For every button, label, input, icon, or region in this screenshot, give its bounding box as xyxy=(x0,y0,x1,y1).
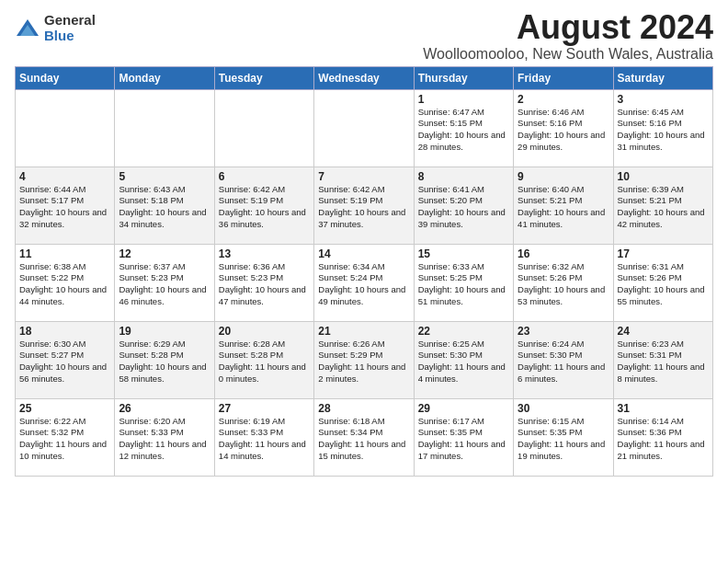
day-number: 9 xyxy=(518,170,609,183)
day-number: 17 xyxy=(618,247,709,260)
calendar-cell xyxy=(115,89,214,167)
cell-content: Sunrise: 6:31 AM Sunset: 5:26 PM Dayligh… xyxy=(618,261,709,308)
cell-content: Sunrise: 6:30 AM Sunset: 5:27 PM Dayligh… xyxy=(19,339,110,385)
cell-content: Sunrise: 6:43 AM Sunset: 5:18 PM Dayligh… xyxy=(119,184,210,231)
cell-content: Sunrise: 6:42 AM Sunset: 5:19 PM Dayligh… xyxy=(219,184,310,231)
header: General Blue August 2024 Woolloomooloo, … xyxy=(15,9,713,63)
cell-content: Sunrise: 6:26 AM Sunset: 5:29 PM Dayligh… xyxy=(318,339,409,385)
cell-content: Sunrise: 6:28 AM Sunset: 5:28 PM Dayligh… xyxy=(219,339,310,385)
day-number: 27 xyxy=(219,402,310,415)
calendar-cell: 30Sunrise: 6:15 AM Sunset: 5:35 PM Dayli… xyxy=(514,398,613,476)
cell-content: Sunrise: 6:29 AM Sunset: 5:28 PM Dayligh… xyxy=(119,339,210,385)
calendar-cell: 26Sunrise: 6:20 AM Sunset: 5:33 PM Dayli… xyxy=(115,398,214,476)
cell-content: Sunrise: 6:17 AM Sunset: 5:35 PM Dayligh… xyxy=(418,416,509,463)
cell-content: Sunrise: 6:37 AM Sunset: 5:23 PM Dayligh… xyxy=(119,261,210,308)
logo-text: General Blue xyxy=(44,13,96,43)
title-block: August 2024 Woolloomooloo, New South Wal… xyxy=(423,9,713,63)
day-number: 31 xyxy=(618,402,709,415)
header-friday: Friday xyxy=(514,66,613,89)
day-number: 3 xyxy=(618,93,709,106)
calendar-cell: 1Sunrise: 6:47 AM Sunset: 5:15 PM Daylig… xyxy=(414,89,513,167)
calendar-cell: 21Sunrise: 6:26 AM Sunset: 5:29 PM Dayli… xyxy=(314,321,414,398)
calendar-cell: 2Sunrise: 6:46 AM Sunset: 5:16 PM Daylig… xyxy=(514,89,613,167)
day-number: 4 xyxy=(19,170,110,183)
day-number: 26 xyxy=(119,402,210,415)
cell-content: Sunrise: 6:39 AM Sunset: 5:21 PM Dayligh… xyxy=(618,184,709,231)
day-number: 14 xyxy=(318,247,409,260)
calendar-cell: 24Sunrise: 6:23 AM Sunset: 5:31 PM Dayli… xyxy=(613,321,712,398)
calendar-cell: 16Sunrise: 6:32 AM Sunset: 5:26 PM Dayli… xyxy=(514,244,613,321)
day-number: 21 xyxy=(318,325,409,338)
week-row-2: 4Sunrise: 6:44 AM Sunset: 5:17 PM Daylig… xyxy=(16,167,713,244)
cell-content: Sunrise: 6:42 AM Sunset: 5:19 PM Dayligh… xyxy=(318,184,409,231)
calendar-cell: 19Sunrise: 6:29 AM Sunset: 5:28 PM Dayli… xyxy=(115,321,214,398)
cell-content: Sunrise: 6:15 AM Sunset: 5:35 PM Dayligh… xyxy=(518,416,609,463)
calendar-cell: 5Sunrise: 6:43 AM Sunset: 5:18 PM Daylig… xyxy=(115,167,214,244)
day-number: 24 xyxy=(618,325,709,338)
day-number: 11 xyxy=(19,247,110,260)
day-number: 8 xyxy=(418,170,509,183)
day-number: 5 xyxy=(119,170,210,183)
calendar-cell: 22Sunrise: 6:25 AM Sunset: 5:30 PM Dayli… xyxy=(414,321,513,398)
calendar-cell: 12Sunrise: 6:37 AM Sunset: 5:23 PM Dayli… xyxy=(115,244,214,321)
day-number: 20 xyxy=(219,325,310,338)
week-row-3: 11Sunrise: 6:38 AM Sunset: 5:22 PM Dayli… xyxy=(16,244,713,321)
cell-content: Sunrise: 6:47 AM Sunset: 5:15 PM Dayligh… xyxy=(418,107,509,154)
day-number: 2 xyxy=(518,93,609,106)
day-number: 1 xyxy=(418,93,509,106)
calendar-cell: 15Sunrise: 6:33 AM Sunset: 5:25 PM Dayli… xyxy=(414,244,513,321)
cell-content: Sunrise: 6:46 AM Sunset: 5:16 PM Dayligh… xyxy=(518,107,609,154)
calendar-cell xyxy=(16,89,115,167)
header-saturday: Saturday xyxy=(613,66,712,89)
header-monday: Monday xyxy=(115,66,214,89)
cell-content: Sunrise: 6:24 AM Sunset: 5:30 PM Dayligh… xyxy=(518,339,609,385)
header-thursday: Thursday xyxy=(414,66,513,89)
calendar-cell: 28Sunrise: 6:18 AM Sunset: 5:34 PM Dayli… xyxy=(314,398,414,476)
day-number: 28 xyxy=(318,402,409,415)
day-number: 30 xyxy=(518,402,609,415)
cell-content: Sunrise: 6:38 AM Sunset: 5:22 PM Dayligh… xyxy=(19,261,110,308)
day-number: 12 xyxy=(119,247,210,260)
calendar-cell: 14Sunrise: 6:34 AM Sunset: 5:24 PM Dayli… xyxy=(314,244,414,321)
calendar-cell xyxy=(214,89,313,167)
calendar-cell: 7Sunrise: 6:42 AM Sunset: 5:19 PM Daylig… xyxy=(314,167,414,244)
calendar-cell xyxy=(314,89,414,167)
calendar-cell: 3Sunrise: 6:45 AM Sunset: 5:16 PM Daylig… xyxy=(613,89,712,167)
calendar-cell: 8Sunrise: 6:41 AM Sunset: 5:20 PM Daylig… xyxy=(414,167,513,244)
calendar-cell: 18Sunrise: 6:30 AM Sunset: 5:27 PM Dayli… xyxy=(16,321,115,398)
cell-content: Sunrise: 6:22 AM Sunset: 5:32 PM Dayligh… xyxy=(19,416,110,463)
logo-icon xyxy=(15,16,40,41)
day-number: 7 xyxy=(318,170,409,183)
cell-content: Sunrise: 6:41 AM Sunset: 5:20 PM Dayligh… xyxy=(418,184,509,231)
cell-content: Sunrise: 6:32 AM Sunset: 5:26 PM Dayligh… xyxy=(518,261,609,308)
cell-content: Sunrise: 6:33 AM Sunset: 5:25 PM Dayligh… xyxy=(418,261,509,308)
header-sunday: Sunday xyxy=(16,66,115,89)
day-number: 29 xyxy=(418,402,509,415)
week-row-5: 25Sunrise: 6:22 AM Sunset: 5:32 PM Dayli… xyxy=(16,398,713,476)
logo-general: General xyxy=(44,13,96,29)
day-number: 6 xyxy=(219,170,310,183)
day-number: 19 xyxy=(119,325,210,338)
day-number: 25 xyxy=(19,402,110,415)
calendar-cell: 9Sunrise: 6:40 AM Sunset: 5:21 PM Daylig… xyxy=(514,167,613,244)
cell-content: Sunrise: 6:25 AM Sunset: 5:30 PM Dayligh… xyxy=(418,339,509,385)
calendar-cell: 29Sunrise: 6:17 AM Sunset: 5:35 PM Dayli… xyxy=(414,398,513,476)
header-wednesday: Wednesday xyxy=(314,66,414,89)
cell-content: Sunrise: 6:20 AM Sunset: 5:33 PM Dayligh… xyxy=(119,416,210,463)
week-row-1: 1Sunrise: 6:47 AM Sunset: 5:15 PM Daylig… xyxy=(16,89,713,167)
main-title: August 2024 xyxy=(423,9,713,46)
cell-content: Sunrise: 6:19 AM Sunset: 5:33 PM Dayligh… xyxy=(219,416,310,463)
calendar-cell: 6Sunrise: 6:42 AM Sunset: 5:19 PM Daylig… xyxy=(214,167,313,244)
cell-content: Sunrise: 6:34 AM Sunset: 5:24 PM Dayligh… xyxy=(318,261,409,308)
day-number: 15 xyxy=(418,247,509,260)
day-number: 22 xyxy=(418,325,509,338)
calendar-table: SundayMondayTuesdayWednesdayThursdayFrid… xyxy=(15,66,713,477)
calendar-cell: 10Sunrise: 6:39 AM Sunset: 5:21 PM Dayli… xyxy=(613,167,712,244)
calendar-cell: 17Sunrise: 6:31 AM Sunset: 5:26 PM Dayli… xyxy=(613,244,712,321)
calendar-cell: 25Sunrise: 6:22 AM Sunset: 5:32 PM Dayli… xyxy=(16,398,115,476)
subtitle: Woolloomooloo, New South Wales, Australi… xyxy=(423,46,713,63)
cell-content: Sunrise: 6:36 AM Sunset: 5:23 PM Dayligh… xyxy=(219,261,310,308)
header-tuesday: Tuesday xyxy=(214,66,313,89)
cell-content: Sunrise: 6:40 AM Sunset: 5:21 PM Dayligh… xyxy=(518,184,609,231)
calendar-cell: 13Sunrise: 6:36 AM Sunset: 5:23 PM Dayli… xyxy=(214,244,313,321)
